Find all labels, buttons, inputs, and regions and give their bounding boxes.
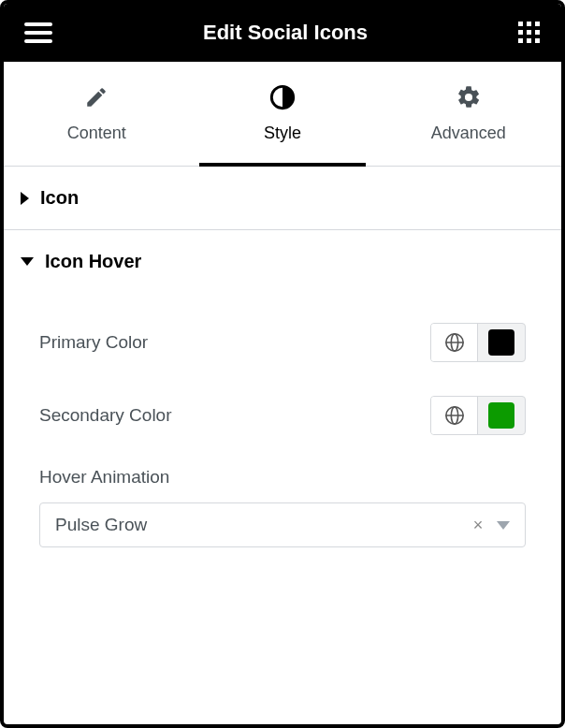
- secondary-color-global-button[interactable]: [431, 397, 478, 434]
- tab-content[interactable]: Content: [4, 62, 190, 166]
- hover-animation-value: Pulse Grow: [55, 515, 465, 535]
- globe-icon: [444, 332, 465, 353]
- tab-content-label: Content: [67, 124, 126, 143]
- primary-color-swatch-button[interactable]: [478, 324, 525, 361]
- secondary-color-label: Secondary Color: [39, 405, 172, 426]
- hover-animation-select[interactable]: Pulse Grow ×: [39, 502, 526, 547]
- tab-style-label: Style: [264, 124, 301, 143]
- primary-color-global-button[interactable]: [431, 324, 478, 361]
- pencil-icon: [84, 84, 109, 110]
- panel-title: Edit Social Icons: [52, 21, 518, 45]
- section-icon-hover-title: Icon Hover: [45, 251, 141, 272]
- gear-icon: [456, 84, 482, 110]
- primary-color-group: [430, 323, 526, 362]
- secondary-color-group: [430, 396, 526, 435]
- chevron-down-icon: [497, 521, 510, 530]
- tab-advanced-label: Advanced: [431, 124, 506, 143]
- secondary-color-swatch: [488, 402, 514, 429]
- apps-grid-icon[interactable]: [518, 22, 541, 44]
- section-icon: Icon: [4, 167, 561, 230]
- section-icon-hover: Icon Hover Primary Color Secondary Color: [4, 230, 561, 579]
- tab-style[interactable]: Style: [190, 62, 376, 166]
- tabs: Content Style Advanced: [4, 62, 561, 167]
- section-icon-hover-body: Primary Color Secondary Color: [4, 293, 561, 579]
- control-hover-animation: Hover Animation Pulse Grow ×: [39, 448, 526, 547]
- section-icon-title: Icon: [40, 187, 79, 209]
- caret-right-icon: [21, 192, 29, 205]
- section-icon-header[interactable]: Icon: [4, 167, 561, 229]
- globe-icon: [444, 405, 465, 426]
- primary-color-swatch: [488, 329, 514, 356]
- contrast-icon: [269, 84, 296, 110]
- hover-animation-label: Hover Animation: [39, 467, 526, 488]
- menu-icon[interactable]: [24, 22, 52, 43]
- clear-icon[interactable]: ×: [465, 516, 491, 535]
- section-icon-hover-header[interactable]: Icon Hover: [4, 230, 561, 293]
- tab-advanced[interactable]: Advanced: [375, 62, 561, 166]
- control-secondary-color: Secondary Color: [39, 375, 526, 448]
- caret-down-icon: [21, 257, 34, 266]
- primary-color-label: Primary Color: [39, 332, 148, 353]
- control-primary-color: Primary Color: [39, 302, 526, 375]
- panel-header: Edit Social Icons: [4, 4, 561, 62]
- secondary-color-swatch-button[interactable]: [478, 397, 525, 434]
